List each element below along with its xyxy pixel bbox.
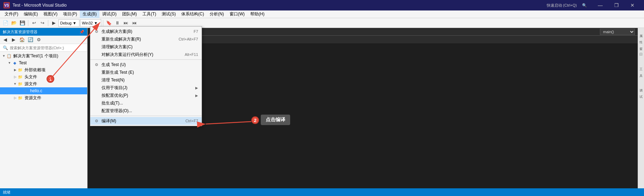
close-button[interactable]: ✕ — [624, 0, 640, 10]
window-title: Test - Microsoft Visual Studio — [13, 3, 67, 8]
svg-text:VS: VS — [4, 3, 9, 7]
tree-item-label: hello.c — [30, 88, 42, 93]
sidebar-icon-4[interactable]: 口 — [639, 48, 644, 53]
tree-item-headers[interactable]: ▷ 📁 头文件 — [0, 73, 87, 80]
panel-toolbar-btn2[interactable]: ▶ — [10, 36, 18, 44]
toolbar-btn4[interactable]: ⏮ — [130, 19, 138, 27]
expand-icon[interactable]: ▼ — [13, 81, 18, 86]
menu-rebuild-test[interactable]: 重新生成 Test (E) — [90, 68, 202, 76]
platform-dropdown[interactable]: Win32 ▼ — [80, 19, 101, 27]
panel-toolbar: ◀ ▶ 🏠 🔄 ⚙ — [0, 36, 87, 44]
toolbar-save[interactable]: 💾 — [19, 19, 26, 27]
expand-icon[interactable]: ▷ — [13, 95, 18, 100]
empty-icon — [94, 108, 99, 114]
minimize-button[interactable]: — — [592, 0, 608, 10]
tree-item-resources[interactable]: ▷ 📁 资源文件 — [0, 94, 87, 101]
tree-item-external-deps[interactable]: ▶ 📁 外部依赖项 — [0, 66, 87, 73]
dropdown-arrow-icon2: ▼ — [94, 21, 98, 25]
menu-project-only[interactable]: 仅用于项目(J) ▶ — [90, 84, 202, 92]
menu-project[interactable]: 项目(P) — [60, 10, 80, 18]
toolbar-sep2 — [48, 20, 48, 26]
menu-help[interactable]: 帮助(H) — [247, 10, 267, 18]
menu-batch-build[interactable]: 批生成(T)... — [90, 99, 202, 107]
compile-icon: ⚙ — [94, 118, 99, 124]
expand-icon — [18, 88, 23, 93]
toolbar-btn3[interactable]: ⏭ — [122, 19, 130, 27]
menu-debug[interactable]: 调试(D) — [99, 10, 119, 18]
solution-icon: 📋 — [6, 53, 12, 59]
sidebar-icon-8[interactable]: 试 — [639, 90, 644, 95]
empty-icon — [94, 70, 99, 75]
empty-icon — [94, 93, 99, 98]
empty-icon — [94, 36, 99, 42]
toolbar-btn1[interactable]: 🔖 — [105, 19, 113, 27]
sidebar-icon-7[interactable]: 调 — [639, 84, 644, 89]
title-bar: VS Test - Microsoft Visual Studio 快速启动 (… — [0, 0, 644, 10]
tree-item-hello-c[interactable]: C hello.c — [0, 87, 87, 94]
menu-build[interactable]: 生成(B) — [80, 10, 99, 18]
title-bar-right: 快速启动 (Ctrl+Q) 🔍 — ❐ ✕ — [547, 0, 640, 10]
menu-file[interactable]: 文件(F) — [2, 10, 21, 18]
sidebar-icon-6[interactable]: 具 — [639, 69, 644, 74]
menu-analyze[interactable]: 分析(N) — [207, 10, 227, 18]
menu-config-manager[interactable]: 配置管理器(O)... — [90, 107, 202, 115]
panel-toolbar-settings[interactable]: ⚙ — [35, 36, 43, 44]
menu-analyze-solution[interactable]: 对解决方案运行代码分析(Y) Alt+F11 — [90, 51, 202, 58]
editor-nav-dropdown[interactable]: main() — [600, 29, 635, 35]
empty-icon — [94, 52, 99, 57]
panel-pin-icon[interactable]: 📌 — [79, 30, 84, 34]
menu-view[interactable]: 视图(V) — [41, 10, 60, 18]
menu-rebuild-solution[interactable]: 重新生成解决方案(R) Ctrl+Alt+F7 — [90, 35, 202, 43]
menu-tools[interactable]: 工具(T) — [140, 10, 159, 18]
panel-title: 解决方案资源管理器 — [3, 29, 37, 35]
tree-item-solution[interactable]: ▼ 📋 解决方案'Test'(1 个项目) — [0, 52, 87, 59]
toolbar-new[interactable]: 📄 — [2, 19, 9, 27]
panel-toolbar-btn1[interactable]: ◀ — [1, 36, 9, 44]
sidebar-icon-1[interactable]: 属 — [639, 29, 644, 34]
toolbar-btn2[interactable]: ⏸ — [113, 19, 121, 27]
tree-item-test-project[interactable]: ▼ ◆ Test — [0, 59, 87, 66]
tree-item-label: 头文件 — [24, 74, 37, 80]
menu-team[interactable]: 团队(M) — [119, 10, 140, 18]
menu-clean-test[interactable]: 清理 Test(N) — [90, 76, 202, 84]
menu-arch[interactable]: 体系结构(C) — [178, 10, 207, 18]
menu-build-test[interactable]: ⚙ 生成 Test (U) — [90, 61, 202, 68]
toolbar-redo[interactable]: ↪ — [38, 19, 46, 27]
toolbar-undo[interactable]: ↩ — [30, 19, 38, 27]
panel-toolbar-refresh[interactable]: 🔄 — [27, 36, 34, 44]
solution-search-input[interactable] — [10, 46, 84, 50]
expand-icon[interactable]: ▼ — [7, 60, 12, 65]
menu-build-solution[interactable]: ⚙ 生成解决方案(B) F7 — [90, 28, 202, 35]
sidebar-icon-2[interactable]: 性 — [639, 36, 644, 41]
solution-tree: ▼ 📋 解决方案'Test'(1 个项目) ▼ ◆ Test ▶ 📁 外部依赖项 — [0, 52, 87, 188]
panel-toolbar-home[interactable]: 🏠 — [18, 36, 26, 44]
toolbar-start[interactable]: ▶ — [50, 19, 58, 27]
debug-config-dropdown[interactable]: Debug ▼ — [58, 19, 79, 27]
sidebar-icon-3[interactable]: 窗 — [639, 42, 644, 47]
toolbar-open[interactable]: 📂 — [10, 19, 18, 27]
search-icon: 🔍 — [3, 45, 8, 50]
expand-icon[interactable]: ▶ — [13, 67, 18, 72]
empty-icon — [94, 85, 99, 90]
sidebar-icon-5[interactable]: 工 — [639, 63, 644, 68]
dropdown-arrow-icon: ▼ — [72, 21, 76, 25]
menu-compile[interactable]: ⚙ 编译(M) Ctrl+F7 — [90, 117, 202, 125]
expand-icon[interactable]: ▷ — [13, 74, 18, 79]
panel-search-bar[interactable]: 🔍 — [0, 44, 87, 52]
tree-item-source-files[interactable]: ▼ 📁 源文件 — [0, 80, 87, 87]
panel-title-bar: 解决方案资源管理器 📌 — [0, 28, 87, 36]
status-text: 就绪 — [3, 190, 10, 195]
restore-button[interactable]: ❐ — [608, 0, 624, 10]
build-dropdown-menu: ⚙ 生成解决方案(B) F7 重新生成解决方案(R) Ctrl+Alt+F7 清… — [90, 26, 202, 126]
toolbar-sep1 — [28, 20, 28, 26]
menu-test[interactable]: 测试(S) — [159, 10, 178, 18]
folder-icon: 📁 — [18, 67, 23, 73]
menu-pgo[interactable]: 按配置优化(P) ▶ — [90, 92, 202, 99]
menu-clean-solution[interactable]: 清理解决方案(C) — [90, 43, 202, 51]
tree-item-label: Test — [19, 60, 27, 65]
expand-icon[interactable]: ▼ — [1, 53, 6, 58]
empty-icon — [94, 100, 99, 106]
menu-window[interactable]: 窗口(W) — [227, 10, 247, 18]
title-bar-left: VS Test - Microsoft Visual Studio — [4, 2, 67, 8]
menu-edit[interactable]: 编辑(E) — [21, 10, 41, 18]
